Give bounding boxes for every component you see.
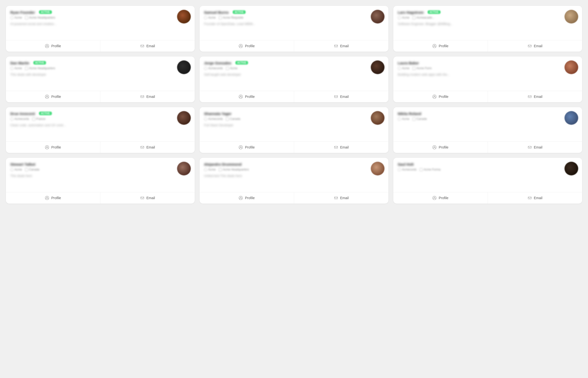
person-name: Saul Holt [398, 162, 414, 166]
meta-location: Acme Forma [420, 168, 441, 171]
profile-icon [45, 44, 49, 48]
meta-company: Acme [398, 16, 409, 19]
svg-point-34 [434, 197, 435, 198]
company-icon [204, 117, 207, 121]
meta-location: Acme Headquarters [219, 168, 249, 171]
status-badge: ACTIVE [39, 112, 52, 115]
meta-company: Acme [398, 117, 409, 121]
svg-rect-14 [334, 96, 337, 98]
profile-button-label: Profile [439, 44, 448, 48]
person-name: Alejandro Drummond [204, 162, 241, 166]
email-icon [334, 94, 338, 99]
person-name: Laura Baker [398, 61, 419, 65]
person-card: Samuel Burns ACTIVE Acme Acme Requisite … [200, 6, 388, 52]
meta-company: Acme [204, 168, 216, 171]
email-button[interactable]: Email [488, 142, 582, 153]
avatar [564, 111, 578, 125]
card-body: Jorge Gonzales ACTIVE Acmecords Acme Sel… [200, 56, 388, 91]
email-button-label: Email [146, 44, 155, 48]
location-icon [226, 67, 229, 70]
email-button-label: Email [340, 95, 349, 99]
card-meta: Acme Acmeacade... [398, 16, 578, 19]
card-footer: Profile Email [6, 91, 195, 102]
email-button[interactable]: Email [100, 40, 195, 52]
avatar [564, 10, 578, 24]
card-header: Stewart Talbot [10, 162, 190, 166]
person-name: Shannata Yager [204, 112, 231, 116]
svg-rect-32 [334, 197, 337, 199]
location-icon [219, 16, 222, 19]
profile-button[interactable]: Profile [6, 40, 100, 52]
email-button[interactable]: Email [294, 192, 389, 203]
card-body: Dan Martin ACTIVE Acme Acme Headquarters… [6, 56, 195, 91]
email-button[interactable]: Email [100, 142, 195, 153]
profile-button[interactable]: Profile [200, 142, 294, 153]
svg-rect-17 [528, 96, 531, 98]
email-button[interactable]: Email [488, 91, 582, 102]
profile-button[interactable]: Profile [6, 192, 100, 203]
meta-location: Acme Headquarters [25, 67, 55, 70]
profile-button-label: Profile [245, 95, 255, 99]
email-button[interactable]: Email [488, 40, 582, 52]
email-button-label: Email [146, 95, 155, 99]
card-header: Jorge Gonzales ACTIVE [204, 61, 384, 65]
profile-button[interactable]: Profile [6, 91, 100, 102]
card-description: AI-powered social and creative... [10, 22, 190, 26]
profile-button[interactable]: Profile [393, 192, 488, 203]
card-meta: Acmecords Acme Forma [398, 168, 578, 171]
card-footer: Profile Email [393, 141, 582, 153]
card-header: Samuel Burns ACTIVE [204, 10, 384, 14]
profile-icon [432, 196, 437, 200]
profile-button[interactable]: Profile [200, 91, 294, 102]
profile-button[interactable]: Profile [393, 91, 488, 102]
card-meta: Acmecords France [10, 117, 190, 121]
meta-location: Canada [226, 117, 240, 121]
location-icon [25, 168, 28, 171]
email-icon [528, 145, 532, 149]
profile-button[interactable]: Profile [6, 142, 100, 153]
avatar [177, 60, 191, 74]
location-icon [219, 168, 222, 171]
card-header: Dan Martin ACTIVE [10, 61, 190, 65]
company-icon [204, 16, 207, 19]
email-button[interactable]: Email [294, 142, 389, 153]
email-button[interactable]: Email [294, 91, 389, 102]
card-header: Shannata Yager [204, 112, 384, 116]
meta-company: Acmecords [398, 168, 417, 171]
svg-point-19 [46, 146, 48, 148]
meta-company: Acmecords [204, 117, 223, 121]
card-meta: Acme Acme Headquarters [204, 168, 384, 171]
email-button[interactable]: Email [100, 192, 195, 203]
profile-button[interactable]: Profile [200, 40, 294, 52]
avatar [177, 10, 191, 24]
email-icon [334, 44, 338, 48]
meta-location: France [32, 117, 45, 121]
profile-button[interactable]: Profile [200, 192, 294, 203]
person-name: Samuel Burns [204, 10, 229, 14]
card-description: This deals here [10, 174, 190, 178]
company-icon [10, 168, 14, 171]
email-icon [140, 44, 144, 48]
card-body: Stewart Talbot Acme Canada This deals he… [6, 158, 195, 192]
person-card: Jorge Gonzales ACTIVE Acmecords Acme Sel… [200, 56, 388, 102]
location-icon [412, 16, 416, 19]
location-icon [412, 67, 416, 70]
email-button[interactable]: Email [294, 40, 389, 52]
profile-button[interactable]: Profile [393, 142, 488, 153]
status-badge: ACTIVE [33, 61, 46, 65]
card-body: Lars Hagstrom ACTIVE Acme Acmeacade... S… [393, 6, 582, 40]
email-button[interactable]: Email [488, 192, 582, 203]
card-grid: Ryan Founder ACTIVE Acme Acme Headquarte… [6, 6, 582, 203]
meta-company: Acme [10, 67, 22, 70]
email-button-label: Email [534, 44, 543, 48]
svg-point-31 [240, 197, 241, 198]
profile-icon [432, 44, 437, 48]
person-card: Alejandro Drummond Acme Acme Headquarter… [200, 158, 388, 203]
email-button[interactable]: Email [100, 91, 195, 102]
svg-point-7 [434, 45, 435, 46]
email-button-label: Email [340, 145, 349, 149]
svg-rect-26 [528, 146, 531, 148]
meta-location: Canada [412, 117, 427, 121]
card-description: Self-taught web developer [204, 72, 384, 77]
profile-button[interactable]: Profile [393, 40, 488, 52]
